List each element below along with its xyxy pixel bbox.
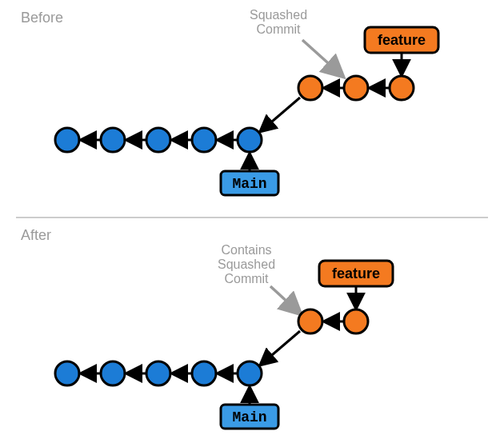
main-tag-before: Main [221, 171, 278, 195]
commit-node [238, 361, 262, 385]
after-panel: After Contains Squashed Commit feature [21, 227, 393, 429]
after-annot-arrow [270, 286, 300, 313]
before-main-commits [55, 128, 262, 152]
commit-node [192, 128, 216, 152]
after-annot-line1: Contains [221, 243, 271, 257]
commit-node [55, 361, 79, 385]
commit-node [298, 76, 322, 100]
commit-node [101, 361, 125, 385]
after-annot-line2: Squashed [218, 257, 275, 271]
feature-tag-label-after: feature [332, 265, 380, 281]
feature-tag-after: feature [319, 261, 393, 286]
commit-node [390, 76, 414, 100]
before-feature-commits [298, 76, 414, 100]
after-label: After [21, 227, 51, 243]
branch-merge-arrow-before [261, 98, 300, 131]
commit-node [344, 76, 368, 100]
commit-node [101, 128, 125, 152]
before-annot-line2: Commit [256, 22, 301, 36]
squash-merge-diagram: Before Squashed Commit feature [0, 0, 504, 435]
before-annot-arrow [302, 40, 342, 76]
before-label: Before [21, 10, 63, 26]
commit-node [238, 128, 262, 152]
feature-tag-before: feature [365, 27, 438, 53]
main-tag-after: Main [221, 405, 278, 429]
branch-merge-arrow-after [261, 331, 300, 365]
commit-node [55, 128, 79, 152]
before-annot-line1: Squashed [250, 8, 307, 22]
after-feature-commits [298, 309, 368, 333]
commit-node [344, 309, 368, 333]
commit-node [192, 361, 216, 385]
main-tag-label-after: Main [232, 409, 266, 425]
commit-node [146, 361, 170, 385]
feature-tag-label-before: feature [378, 32, 426, 48]
before-panel: Before Squashed Commit feature [21, 8, 438, 195]
commit-node [298, 309, 322, 333]
after-main-commits [55, 361, 262, 385]
after-annot-line3: Commit [224, 272, 269, 285]
main-tag-label-before: Main [232, 176, 266, 192]
commit-node [146, 128, 170, 152]
